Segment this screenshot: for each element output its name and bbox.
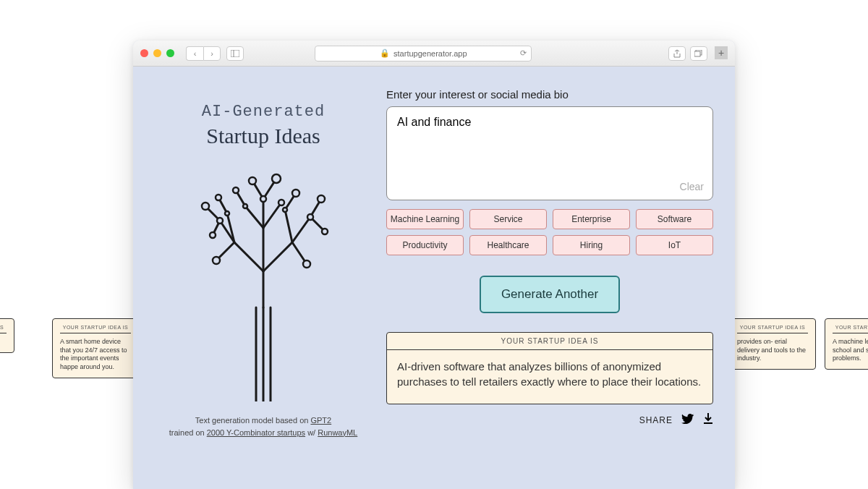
svg-point-4 [202, 203, 209, 210]
bg-card-header: YOUR STARTUP IDEA IS [833, 325, 868, 333]
clear-button[interactable]: Clear [680, 181, 704, 192]
forward-button[interactable]: › [203, 46, 221, 61]
svg-point-14 [318, 195, 325, 203]
chip-enterprise[interactable]: Enterprise [553, 209, 630, 229]
right-column: Enter your interest or social media bio … [372, 88, 713, 482]
window-close-button[interactable] [140, 49, 148, 57]
share-button[interactable] [668, 46, 686, 61]
tree-illustration [184, 163, 343, 401]
runwayml-link[interactable]: RunwayML [318, 428, 357, 437]
chip-healthcare[interactable]: Healthcare [469, 235, 547, 255]
chip-software[interactable]: Software [636, 209, 713, 229]
traffic-lights [140, 49, 174, 57]
svg-point-5 [210, 232, 216, 238]
chip-iot[interactable]: IoT [636, 235, 713, 255]
back-button[interactable]: ‹ [186, 46, 203, 61]
sidebar-toggle-button[interactable] [226, 46, 244, 61]
svg-point-6 [213, 257, 220, 264]
refresh-icon[interactable]: ⟳ [520, 48, 527, 58]
idea-card-header: YOUR STARTUP IDEA IS [387, 333, 712, 350]
svg-point-17 [243, 204, 247, 208]
svg-point-15 [322, 229, 328, 234]
svg-point-21 [307, 214, 313, 220]
new-tab-button[interactable]: + [715, 46, 728, 59]
svg-point-12 [292, 190, 299, 197]
svg-point-7 [216, 195, 221, 200]
yc-link[interactable]: 2000 Y-Combinator startups [207, 428, 305, 437]
bg-card-header: YOUR STARTUP IDEA IS [737, 325, 808, 333]
svg-point-10 [272, 174, 281, 183]
bg-card-header: YOUR STARTUP IDEA IS [60, 325, 131, 333]
svg-rect-3 [694, 51, 700, 56]
idea-card: YOUR STARTUP IDEA IS AI-driven software … [386, 332, 713, 404]
svg-point-9 [249, 177, 256, 184]
tabs-button[interactable] [690, 46, 707, 61]
chip-productivity[interactable]: Productivity [386, 235, 464, 255]
browser-window: ‹ › 🔒 startupgenerator.app ⟳ + AI-Genera… [133, 41, 735, 489]
title-line-1: AI-Generated [155, 103, 372, 121]
title-line-2: Startup Ideas [155, 124, 372, 148]
chip-machine-learning[interactable]: Machine Learning [386, 209, 464, 229]
interest-input[interactable]: AI and finance Clear [386, 106, 713, 200]
bg-card-body: A smart home device that you 24/7 access… [60, 338, 131, 372]
bg-card-header: YOUR STARTUP IDEA IS [0, 325, 7, 333]
generate-button[interactable]: Generate Another [480, 276, 620, 313]
share-row: SHARE [386, 413, 713, 428]
bg-card-body: provides on- erial delivery and tools to… [737, 338, 808, 363]
chip-hiring[interactable]: Hiring [553, 235, 630, 255]
bg-card-body: A machine lea public school and solve st… [833, 338, 868, 363]
input-value: AI and finance [397, 116, 471, 128]
browser-toolbar: ‹ › 🔒 startupgenerator.app ⟳ + [133, 41, 735, 67]
prompt-label: Enter your interest or social media bio [386, 88, 713, 101]
bg-card-body: a ation [0, 338, 7, 346]
chip-service[interactable]: Service [469, 209, 547, 229]
svg-point-16 [260, 196, 266, 202]
address-bar[interactable]: 🔒 startupgenerator.app ⟳ [315, 46, 532, 61]
credits: Text generation model based on GPT2 trai… [155, 414, 372, 438]
svg-point-13 [303, 260, 310, 268]
svg-rect-22 [704, 422, 712, 424]
chip-row: Machine Learning Service Enterprise Soft… [386, 209, 713, 255]
window-minimize-button[interactable] [153, 49, 161, 57]
svg-point-20 [217, 218, 223, 224]
svg-point-8 [233, 187, 239, 193]
download-icon[interactable] [703, 413, 713, 428]
svg-point-18 [225, 211, 229, 216]
left-column: AI-Generated Startup Ideas [155, 88, 372, 482]
idea-card-body: AI-driven software that analyzes billion… [387, 350, 712, 404]
svg-point-11 [278, 200, 284, 205]
twitter-icon[interactable] [681, 414, 694, 428]
gpt2-link[interactable]: GPT2 [310, 416, 331, 425]
svg-rect-0 [231, 50, 239, 57]
svg-point-19 [283, 208, 287, 212]
url-text: startupgenerator.app [393, 49, 467, 58]
window-maximize-button[interactable] [166, 49, 174, 57]
share-label: SHARE [639, 415, 673, 425]
lock-icon: 🔒 [380, 48, 390, 58]
